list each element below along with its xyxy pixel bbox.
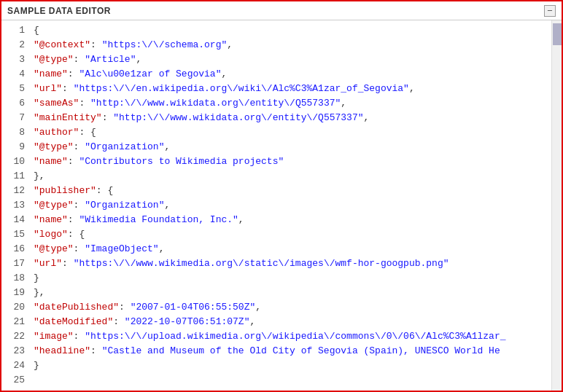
code-line: "@type": "ImageObject", [31, 242, 551, 256]
line-number: 21 [7, 315, 25, 329]
code-token: "@type" [34, 54, 74, 65]
code-token: "2007-01-04T06:55:50Z" [131, 302, 256, 313]
code-line: "@context": "https:\/\/schema.org", [31, 38, 551, 52]
code-token: "sameAs" [34, 98, 79, 109]
code-token: "@type" [34, 200, 74, 211]
code-token: , [227, 39, 233, 50]
line-number: 1 [7, 23, 25, 38]
code-token: }, [34, 170, 45, 181]
code-token: : [62, 83, 74, 94]
code-token: "2022-10-07T06:51:07Z" [125, 316, 250, 327]
code-token: , [221, 68, 227, 79]
line-number: 25 [7, 373, 25, 388]
line-number: 11 [7, 169, 25, 184]
code-token: "Organization" [85, 200, 164, 211]
code-token: , [164, 200, 170, 211]
code-content: { "@context": "https:\/\/schema.org", "@… [31, 20, 551, 391]
code-token: , [164, 141, 170, 152]
code-token: : [96, 185, 108, 196]
code-token: "https:\/\/en.wikipedia.org\/wiki\/Alc%C… [74, 83, 409, 94]
code-line: "url": "https:\/\/www.wikimedia.org\/sta… [31, 256, 551, 271]
code-token: { [90, 127, 96, 138]
line-number: 16 [7, 242, 25, 256]
line-number: 20 [7, 300, 25, 315]
code-line: "name": "Alc\u00e1zar of Segovia", [31, 67, 551, 82]
code-token: { [79, 229, 85, 240]
line-number: 17 [7, 256, 25, 271]
code-token: "name" [34, 214, 68, 225]
code-token: "https:\/\/www.wikimedia.org\/static\/im… [74, 258, 449, 269]
code-line: }, [31, 286, 551, 300]
code-token: "url" [34, 258, 62, 269]
code-token: "dateModified" [34, 316, 113, 327]
code-line: "mainEntity": "http:\/\/www.wikidata.org… [31, 111, 551, 125]
code-line: "dateModified": "2022-10-07T06:51:07Z", [31, 315, 551, 329]
code-token: "name" [34, 68, 68, 79]
line-number: 7 [7, 111, 25, 125]
code-token: "https:\/\/schema.org" [102, 39, 228, 50]
code-line: "@type": "Organization", [31, 198, 551, 213]
line-numbers: 1234567891011121314151617181920212223242… [1, 20, 31, 391]
code-token: , [136, 54, 141, 65]
code-token: , [409, 83, 415, 94]
code-line: "url": "https:\/\/en.wikipedia.org\/wiki… [31, 82, 551, 96]
code-line: "name": "Contributors to Wikimedia proje… [31, 154, 551, 169]
code-line: "headline": "Castle and Museum of the Ol… [31, 344, 551, 358]
line-number: 14 [7, 213, 25, 227]
code-line: } [31, 358, 551, 373]
line-number: 12 [7, 184, 25, 198]
code-token: : [79, 98, 90, 109]
code-token: "Wikimedia Foundation, Inc." [79, 214, 238, 225]
code-line: "logo": { [31, 227, 551, 242]
minimize-button[interactable]: — [544, 5, 556, 17]
code-token: "@type" [34, 243, 74, 254]
vertical-scrollbar[interactable] [551, 20, 562, 391]
code-line: "sameAs": "http:\/\/www.wikidata.org\/en… [31, 96, 551, 111]
code-line: "author": { [31, 125, 551, 140]
line-number: 9 [7, 140, 25, 154]
line-number: 2 [7, 38, 25, 52]
code-token: { [107, 185, 113, 196]
editor-title: SAMPLE DATA EDITOR [7, 6, 111, 16]
code-token: "Organization" [85, 141, 164, 152]
code-token: "http:\/\/www.wikidata.org\/entity\/Q557… [113, 112, 363, 123]
line-number: 3 [7, 52, 25, 67]
code-token: "publisher" [34, 185, 96, 196]
code-token: , [341, 98, 346, 109]
code-token: , [249, 316, 255, 327]
code-token: : [79, 127, 90, 138]
code-token: : [68, 156, 79, 167]
code-token: "headline" [34, 345, 90, 356]
code-token: : [74, 331, 85, 342]
line-number: 6 [7, 96, 25, 111]
code-line: } [31, 271, 551, 286]
code-token: : [68, 229, 79, 240]
line-number: 18 [7, 271, 25, 286]
line-number: 24 [7, 358, 25, 373]
code-line: }, [31, 169, 551, 184]
code-token: : [62, 258, 74, 269]
code-token: "Alc\u00e1zar of Segovia" [79, 68, 221, 79]
line-number: 15 [7, 227, 25, 242]
code-token: "author" [34, 127, 79, 138]
code-token: } [34, 360, 39, 371]
code-token: { [34, 25, 39, 36]
line-number: 19 [7, 286, 25, 300]
code-token: "image" [34, 331, 74, 342]
code-token: "logo" [34, 229, 68, 240]
code-token: , [255, 302, 261, 313]
line-number: 5 [7, 82, 25, 96]
line-number: 10 [7, 154, 25, 169]
code-token: "Castle and Museum of the Old City of Se… [102, 345, 500, 356]
code-token: : [74, 141, 85, 152]
code-area: 1234567891011121314151617181920212223242… [1, 20, 562, 391]
code-line: "@type": "Article", [31, 52, 551, 67]
code-token: "url" [34, 83, 62, 94]
code-token: "@context" [34, 39, 90, 50]
code-token: , [238, 214, 244, 225]
code-token: "http:\/\/www.wikidata.org\/entity\/Q557… [90, 98, 341, 109]
title-bar: SAMPLE DATA EDITOR — [1, 1, 562, 20]
editor-container: SAMPLE DATA EDITOR — 1234567891011121314… [0, 0, 563, 392]
scrollbar-thumb[interactable] [553, 23, 562, 45]
code-line: "datePublished": "2007-01-04T06:55:50Z", [31, 300, 551, 315]
